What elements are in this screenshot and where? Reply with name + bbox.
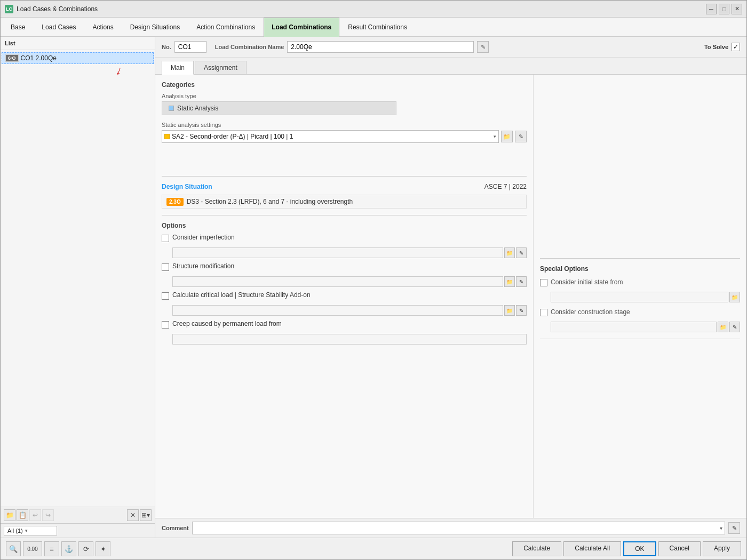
tab-assignment[interactable]: Assignment (195, 61, 247, 74)
rotate-tool-button[interactable]: ⟳ (78, 541, 93, 556)
tab-base[interactable]: Base (3, 18, 33, 37)
detail-header: No. Load Combination Name ✎ To Solve (155, 37, 746, 58)
construction-stage-label: Consider construction stage (551, 308, 630, 316)
construction-stage-input[interactable] (551, 322, 717, 332)
list-tool-button[interactable]: ≡ (44, 541, 59, 556)
new-folder-button[interactable]: 📁 (4, 509, 15, 521)
ds-standard: ASCE 7 | 2022 (484, 183, 527, 190)
item-text: CO1 2.00Qe (21, 54, 57, 62)
creep-checkbox[interactable] (162, 321, 169, 329)
calculate-all-button[interactable]: Calculate All (563, 541, 621, 556)
to-solve-checkbox[interactable] (732, 43, 740, 51)
static-settings-row: SA2 - Second-order (P-Δ) | Picard | 100 … (162, 130, 527, 143)
settings-edit-button[interactable]: ✎ (515, 131, 527, 142)
delete-button[interactable]: ✕ (127, 509, 139, 521)
redo-button[interactable]: ↪ (42, 509, 54, 521)
tab-result-combinations[interactable]: Result Combinations (340, 18, 415, 37)
divider-right-2 (540, 339, 740, 339)
construction-open-btn[interactable]: 📁 (718, 322, 728, 332)
ds-label: Design Situation (162, 183, 212, 190)
comment-input[interactable]: ▾ (192, 522, 725, 534)
save-button[interactable]: 📋 (17, 509, 28, 521)
tab-design-situations[interactable]: Design Situations (122, 18, 188, 37)
anchor-tool-button[interactable]: ⚓ (61, 541, 76, 556)
filter-dropdown[interactable]: All (1) ▾ (4, 526, 57, 535)
analysis-type-label: Analysis type (162, 93, 527, 99)
ds-description: DS3 - Section 2.3 (LRFD), 6 and 7 - incl… (187, 198, 353, 205)
structure-mod-edit-btn[interactable]: ✎ (516, 276, 527, 287)
critical-load-edit-btn[interactable]: ✎ (516, 305, 527, 316)
structure-mod-open-btn[interactable]: 📁 (504, 276, 515, 287)
tab-main[interactable]: Main (162, 61, 194, 75)
analysis-pill-dot (169, 106, 174, 111)
to-solve-section: To Solve (704, 43, 740, 51)
structure-modification-checkbox[interactable] (162, 263, 169, 271)
critical-load-open-btn[interactable]: 📁 (504, 305, 515, 316)
close-button[interactable]: ✕ (732, 4, 742, 14)
name-edit-button[interactable]: ✎ (477, 41, 489, 53)
special-options-title: Special Options (540, 265, 740, 273)
name-input[interactable] (287, 41, 474, 53)
tab-load-combinations[interactable]: Load Combinations (264, 18, 339, 37)
option-row-3: Calculate critical load | Structure Stab… (162, 291, 527, 300)
static-settings-select[interactable]: SA2 - Second-order (P-Δ) | Picard | 100 … (162, 130, 499, 143)
menu-bar: Base Load Cases Actions Design Situation… (1, 18, 746, 37)
view-button[interactable]: ⊞▾ (140, 509, 152, 521)
ok-button[interactable]: OK (623, 541, 656, 556)
tab-action-combinations[interactable]: Action Combinations (188, 18, 263, 37)
arrow-container: ↑ (2, 65, 154, 79)
initial-state-input[interactable] (551, 292, 728, 302)
settings-caret: ▾ (494, 134, 496, 139)
construction-edit-btn[interactable]: ✎ (729, 322, 740, 332)
initial-state-checkbox[interactable] (540, 279, 547, 286)
search-tool-button[interactable]: 🔍 (6, 541, 21, 556)
arrow-indicator: ↑ (114, 65, 124, 79)
title-bar: LC Load Cases & Combinations ─ □ ✕ (1, 1, 746, 18)
tab-load-cases[interactable]: Load Cases (34, 18, 84, 37)
filter-chevron: ▾ (25, 528, 28, 533)
imperfection-open-btn[interactable]: 📁 (504, 247, 515, 258)
decimal-tool-button[interactable]: 0.00 (23, 541, 42, 556)
comment-edit-button[interactable]: ✎ (728, 522, 740, 534)
tab-actions[interactable]: Actions (84, 18, 121, 37)
cancel-button[interactable]: Cancel (658, 541, 701, 556)
star-tool-button[interactable]: ✦ (96, 541, 110, 556)
option-field-row-1: 📁 ✎ (172, 247, 527, 258)
main-right: Special Options Consider initial state f… (533, 75, 746, 518)
settings-open-button[interactable]: 📁 (501, 131, 513, 142)
creep-input[interactable] (172, 334, 527, 345)
creep-label: Creep caused by permanent load from (172, 320, 282, 327)
options-title: Options (162, 222, 527, 229)
options-section: Options Consider imperfection 📁 (162, 222, 527, 345)
option-consider-imperfection: Consider imperfection 📁 ✎ (162, 234, 527, 258)
initial-state-open-btn[interactable]: 📁 (729, 292, 740, 302)
design-situation-row: Design Situation ASCE 7 | 2022 (162, 183, 527, 190)
title-controls: ─ □ ✕ (706, 4, 742, 14)
critical-load-input[interactable] (172, 305, 503, 316)
option-row-2: Structure modification (162, 262, 527, 271)
detail-tabs: Main Assignment (155, 58, 746, 75)
option-row-1: Consider imperfection (162, 234, 527, 242)
design-situation-section: Design Situation ASCE 7 | 2022 2.3O DS3 … (162, 183, 527, 209)
no-input[interactable] (174, 41, 206, 53)
critical-load-checkbox[interactable] (162, 292, 169, 300)
imperfection-edit-btn[interactable]: ✎ (516, 247, 527, 258)
bottom-toolbar: 🔍 0.00 ≡ ⚓ ⟳ ✦ Calculate Calculate All O… (1, 538, 746, 559)
action-buttons: Calculate Calculate All OK Cancel Apply (512, 541, 741, 556)
initial-state-label: Consider initial state from (551, 278, 623, 286)
structure-mod-input[interactable] (172, 276, 503, 287)
calculate-button[interactable]: Calculate (512, 541, 561, 556)
main-content-area: Categories Analysis type Static Analysis… (155, 75, 746, 518)
option-field-row-2: 📁 ✎ (172, 276, 527, 287)
maximize-button[interactable]: □ (719, 4, 729, 14)
undo-button[interactable]: ↩ (29, 509, 41, 521)
special-opt-field-1: 📁 (551, 292, 740, 302)
list-item[interactable]: 6·O CO1 2.00Qe (2, 52, 154, 64)
apply-button[interactable]: Apply (703, 541, 741, 556)
consider-imperfection-checkbox[interactable] (162, 235, 169, 242)
minimize-button[interactable]: ─ (706, 4, 717, 14)
construction-stage-checkbox[interactable] (540, 309, 547, 316)
option-creep: Creep caused by permanent load from (162, 320, 527, 345)
imperfection-input[interactable] (172, 247, 503, 258)
static-settings-label: Static analysis settings (162, 122, 527, 128)
